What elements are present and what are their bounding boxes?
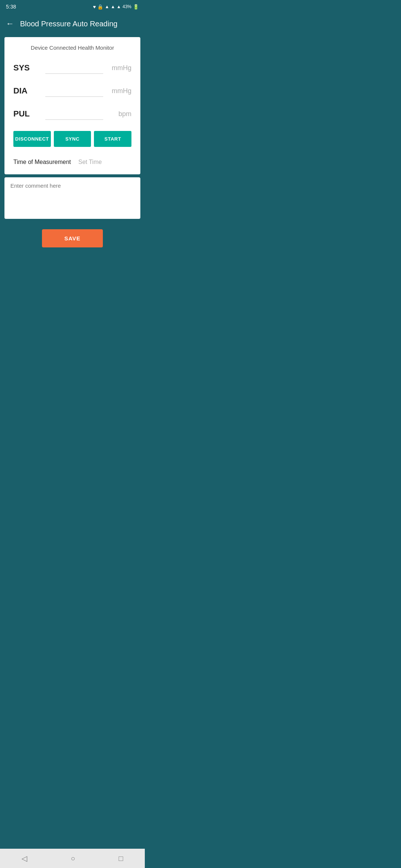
pul-row: PUL bpm: [13, 108, 131, 120]
dia-input-wrapper: [45, 85, 103, 97]
media-icon: 🔒: [97, 4, 103, 10]
wifi-icon: ▲: [105, 4, 109, 9]
signal-icon-2: ▲: [117, 4, 121, 9]
save-section: SAVE: [0, 222, 145, 255]
comment-area: [4, 177, 140, 219]
dia-row: DIA mmHg: [13, 85, 131, 97]
nav-bar: ← Blood Pressure Auto Reading: [0, 13, 145, 34]
action-buttons-row: DISCONNECT SYNC START: [13, 131, 131, 147]
page-title: Blood Pressure Auto Reading: [20, 20, 117, 28]
back-button[interactable]: ←: [6, 20, 14, 28]
pul-label: PUL: [13, 109, 39, 119]
health-icon: ♥: [93, 4, 96, 10]
sys-label: SYS: [13, 63, 39, 73]
time-section: Time of Measurement Set Time: [13, 157, 131, 167]
sys-unit: mmHg: [109, 64, 131, 72]
dia-label: DIA: [13, 86, 39, 96]
pul-unit: bpm: [109, 110, 131, 118]
battery-text: 43%: [123, 4, 131, 9]
signal-icon-1: ▲: [111, 4, 115, 9]
status-icons: ♥ 🔒 ▲ ▲ ▲ 43% 🔋: [93, 4, 139, 10]
set-time-button[interactable]: Set Time: [78, 159, 102, 165]
comment-input[interactable]: [10, 183, 134, 212]
back-icon: ←: [6, 19, 14, 28]
device-status: Device Connected Health Monitor: [13, 45, 131, 51]
battery-icon: 🔋: [133, 4, 139, 10]
dia-unit: mmHg: [109, 87, 131, 95]
sync-button[interactable]: SYNC: [54, 131, 91, 147]
main-card: Device Connected Health Monitor SYS mmHg…: [4, 37, 140, 174]
start-button[interactable]: START: [94, 131, 131, 147]
dia-input[interactable]: [45, 87, 103, 96]
pul-input-wrapper: [45, 108, 103, 120]
status-time: 5:38: [6, 4, 16, 10]
save-button[interactable]: SAVE: [42, 229, 103, 247]
time-of-measurement-label: Time of Measurement: [13, 159, 71, 165]
pul-input[interactable]: [45, 110, 103, 119]
status-bar: 5:38 ♥ 🔒 ▲ ▲ ▲ 43% 🔋: [0, 0, 145, 13]
disconnect-button[interactable]: DISCONNECT: [13, 131, 51, 147]
sys-input[interactable]: [45, 64, 103, 73]
sys-row: SYS mmHg: [13, 62, 131, 74]
sys-input-wrapper: [45, 62, 103, 74]
